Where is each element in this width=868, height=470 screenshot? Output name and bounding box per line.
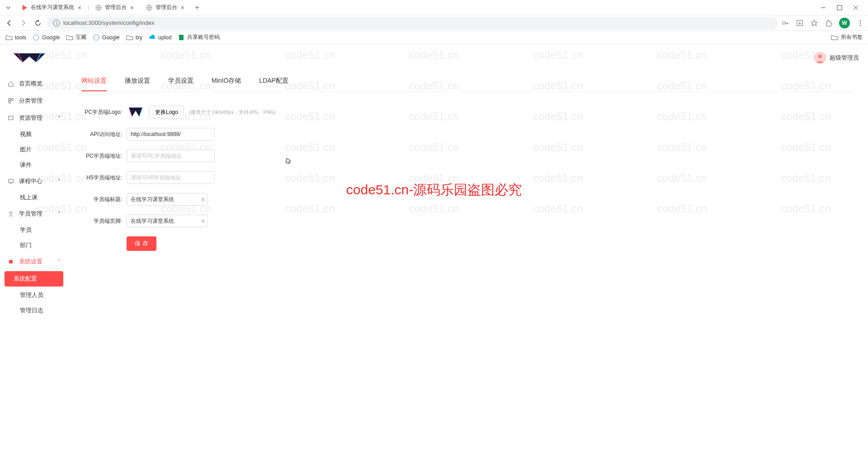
sidebar-sub-sysconfig[interactable]: 系统配置	[5, 271, 63, 287]
svg-point-9	[860, 22, 861, 24]
bookmark-star-icon[interactable]	[810, 19, 818, 27]
folder-icon	[66, 34, 73, 41]
maximize-button[interactable]	[836, 5, 843, 11]
avatar-letter: W	[842, 20, 847, 26]
bookmark-treasure[interactable]: 宝藏	[66, 33, 86, 41]
menu-icon[interactable]	[856, 19, 864, 27]
category-icon	[7, 97, 14, 104]
browser-tabs: 在线学习课堂系统 × | 管理后台 × 管理后台 × +	[15, 1, 815, 14]
app-logo[interactable]	[9, 51, 50, 65]
all-bookmarks-button[interactable]: 所有书签	[831, 33, 863, 41]
title-label: 学员端标题:	[81, 196, 127, 203]
close-window-button[interactable]	[853, 5, 859, 11]
sidebar-sub-dept[interactable]: 部门	[0, 238, 68, 253]
change-logo-button[interactable]: 更换Logo	[149, 106, 184, 118]
user-avatar-icon	[814, 52, 826, 64]
sidebar-item-system[interactable]: 系统设置˄	[0, 253, 68, 270]
sheet-icon	[178, 34, 185, 41]
chevron-up-icon: ˄	[58, 115, 61, 121]
sidebar-sub-student[interactable]: 学员	[0, 222, 68, 238]
browser-tab-2[interactable]: 管理后台 ×	[140, 1, 190, 14]
bookmark-google-2[interactable]: Google	[93, 34, 120, 41]
tab-playback[interactable]: 播放设置	[125, 71, 150, 91]
title-input[interactable]	[127, 193, 208, 206]
sidebar-sub-admin[interactable]: 管理人员	[0, 287, 68, 303]
svg-rect-13	[179, 35, 184, 40]
sidebar-item-course[interactable]: 课程中心˄	[0, 173, 68, 190]
pc-addr-input[interactable]	[127, 150, 215, 162]
api-url-label: API访问地址:	[81, 131, 127, 138]
svg-point-22	[10, 212, 12, 214]
tab-website[interactable]: 网站设置	[81, 71, 107, 91]
browser-tab-0[interactable]: 在线学习课堂系统 ×	[15, 1, 87, 14]
svg-point-10	[860, 24, 861, 26]
sidebar-item-student[interactable]: 学员管理˄	[0, 205, 68, 222]
resource-icon	[7, 114, 14, 122]
profile-avatar[interactable]: W	[839, 18, 850, 28]
bookmark-bar: tools Google 宝藏 Google txy uplod 共享账号密码 …	[0, 31, 868, 44]
logo-preview	[127, 105, 145, 119]
browser-titlebar: 在线学习课堂系统 × | 管理后台 × 管理后台 × +	[0, 0, 868, 15]
play-icon	[21, 4, 28, 11]
user-area[interactable]: 超级管理员	[814, 52, 859, 64]
main-content: 网站设置 播放设置 学员设置 MinIO存储 LDAP配置 PC学员端Logo:…	[68, 71, 868, 322]
sidebar-sub-video[interactable]: 视频	[0, 127, 68, 142]
bookmark-tools[interactable]: tools	[5, 34, 26, 41]
back-button[interactable]	[4, 18, 14, 28]
install-icon[interactable]	[796, 19, 804, 27]
sidebar-sub-log[interactable]: 管理日志	[0, 303, 68, 318]
extensions-icon[interactable]	[825, 19, 833, 27]
close-icon[interactable]: ×	[181, 4, 184, 11]
save-button[interactable]: 保 存	[127, 236, 156, 251]
user-name: 超级管理员	[830, 54, 859, 62]
sidebar-item-category[interactable]: 分类管理	[0, 92, 68, 109]
svg-point-8	[860, 20, 861, 21]
h5-addr-input[interactable]	[127, 171, 215, 184]
password-icon[interactable]	[781, 19, 789, 27]
website-settings-form: PC学员端Logo: 更换Logo (推荐尺寸:240x80px，支持JPG、P…	[81, 105, 398, 251]
sidebar-sub-online[interactable]: 线上课	[0, 190, 68, 205]
api-url-input[interactable]	[127, 128, 215, 141]
footer-input[interactable]	[127, 215, 208, 227]
bookmark-share[interactable]: 共享账号密码	[178, 33, 220, 41]
cloud-icon	[149, 34, 156, 41]
bookmark-google[interactable]: Google	[33, 34, 60, 41]
browser-tab-1[interactable]: 管理后台 ×	[90, 1, 139, 14]
bookmark-uplod[interactable]: uplod	[149, 34, 171, 41]
clear-icon[interactable]: ⊗	[201, 218, 205, 224]
tab-title: 管理后台	[156, 4, 177, 11]
forward-button[interactable]	[18, 18, 29, 28]
h5-addr-label: H5学员端地址:	[81, 174, 127, 182]
minimize-button[interactable]	[820, 5, 826, 11]
bookmark-txy[interactable]: txy	[126, 34, 142, 41]
svg-point-12	[94, 35, 99, 40]
sidebar-sub-image[interactable]: 图片	[0, 142, 68, 157]
tab-minio[interactable]: MinIO存储	[212, 71, 241, 91]
svg-rect-23	[9, 260, 13, 263]
globe-icon	[95, 4, 102, 11]
sidebar-item-resource[interactable]: 资源管理˄	[0, 109, 68, 127]
clear-icon[interactable]: ⊗	[201, 196, 205, 202]
tab-search-button[interactable]	[4, 3, 13, 12]
svg-rect-20	[9, 179, 13, 183]
app-header: 超级管理员	[0, 44, 868, 71]
site-info-icon[interactable]: i	[52, 19, 61, 27]
home-icon	[7, 80, 14, 87]
reload-button[interactable]	[33, 18, 43, 28]
tab-student[interactable]: 学员设置	[168, 71, 193, 91]
sidebar-item-home[interactable]: 首页概览	[0, 75, 68, 92]
sidebar-sub-courseware[interactable]: 课件	[0, 157, 68, 173]
chevron-up-icon: ˄	[58, 179, 61, 184]
user-icon	[7, 210, 14, 217]
folder-icon	[126, 34, 133, 41]
url-text: localhost:3000/system/config/index	[63, 19, 155, 26]
google-icon	[93, 34, 100, 41]
svg-point-15	[818, 55, 822, 58]
svg-point-6	[783, 22, 785, 24]
close-icon[interactable]: ×	[130, 4, 134, 11]
pc-addr-label: PC学员端地址:	[81, 152, 127, 160]
close-icon[interactable]: ×	[78, 4, 81, 11]
tab-ldap[interactable]: LDAP配置	[259, 71, 288, 91]
url-bar[interactable]: i localhost:3000/system/config/index	[47, 17, 778, 29]
new-tab-button[interactable]: +	[191, 1, 203, 14]
